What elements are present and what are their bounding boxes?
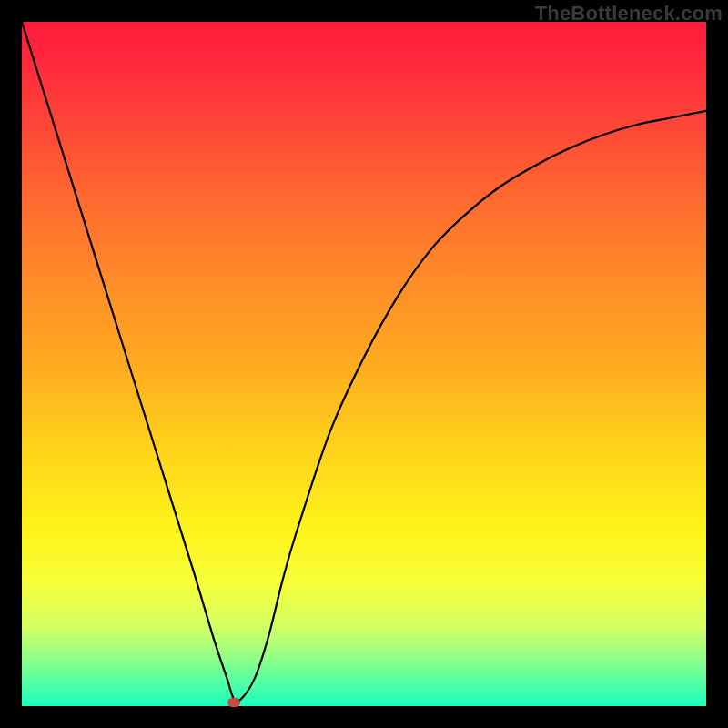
- chart-frame: TheBottleneck.com: [0, 0, 728, 728]
- watermark-text: TheBottleneck.com: [535, 2, 723, 25]
- optimum-marker: [228, 698, 240, 707]
- plot-area: [22, 22, 706, 706]
- bottleneck-curve: [22, 22, 706, 706]
